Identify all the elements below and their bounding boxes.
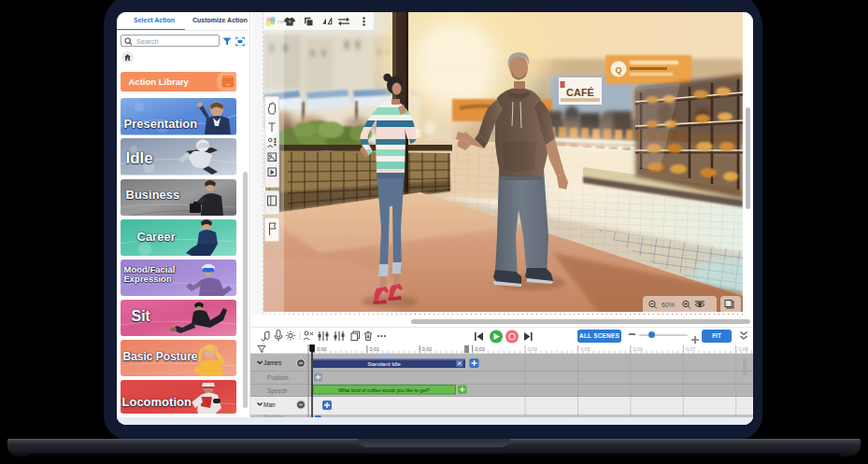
svg-text:Q: Q: [615, 65, 621, 75]
svg-text:Position: Position: [267, 374, 289, 381]
svg-text:James: James: [263, 359, 282, 366]
svg-text:Speech: Speech: [267, 387, 288, 394]
svg-text:What kind of coffee would you: What kind of coffee would you like to ge…: [338, 387, 430, 392]
svg-text:Man: Man: [263, 401, 276, 407]
svg-text:CAFÉ: CAFÉ: [566, 87, 594, 98]
svg-text:Standard Idle: Standard Idle: [367, 360, 401, 366]
svg-text:met: met: [277, 20, 285, 24]
svg-text:60%: 60%: [662, 302, 675, 308]
